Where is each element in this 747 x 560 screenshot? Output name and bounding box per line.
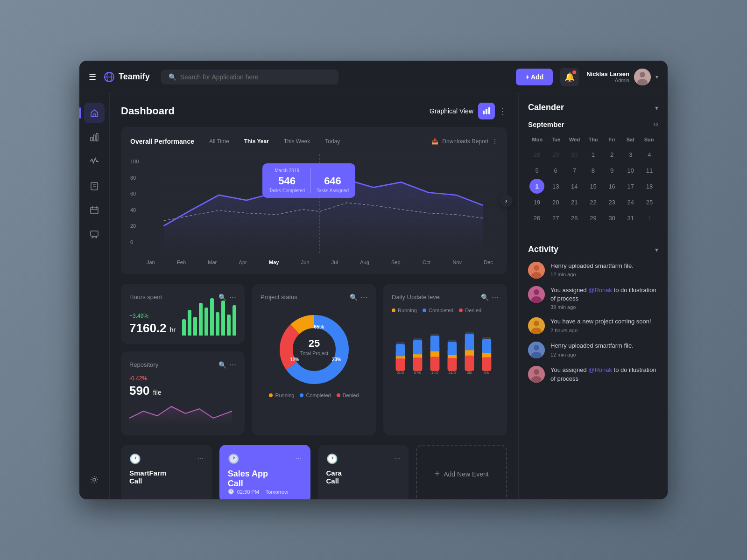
- cal-day-1[interactable]: 1: [585, 147, 600, 162]
- cal-day-29prev[interactable]: 29: [548, 147, 563, 162]
- cal-day-24[interactable]: 24: [623, 195, 638, 210]
- cal-day-17[interactable]: 17: [623, 179, 638, 194]
- activity-content-1: Henry uploaded smartfarm file. 12 min ag…: [550, 262, 658, 277]
- cal-day-19[interactable]: 19: [529, 195, 544, 210]
- perf-tab-thisyear[interactable]: This Year: [240, 136, 273, 147]
- graphical-view-button[interactable]: [478, 103, 495, 119]
- activity-chevron-icon[interactable]: ▾: [655, 246, 658, 253]
- cara-more-button[interactable]: ···: [394, 455, 400, 463]
- perf-tab-alltime[interactable]: All Time: [205, 136, 233, 147]
- add-event-plus-icon: +: [435, 469, 440, 479]
- cal-day-1next[interactable]: 1: [642, 210, 657, 225]
- cal-day-7[interactable]: 7: [567, 163, 582, 178]
- cal-day-18[interactable]: 18: [642, 179, 657, 194]
- cal-day-25[interactable]: 25: [642, 195, 657, 210]
- daily-search-icon[interactable]: 🔍: [481, 294, 489, 301]
- cal-day-28[interactable]: 28: [567, 210, 582, 225]
- svg-rect-46: [413, 340, 422, 354]
- cal-day-22[interactable]: 22: [585, 195, 600, 210]
- add-event-card[interactable]: + Add New Event: [416, 445, 507, 499]
- activity-text-5: You assigned @Ronak to do illustration o…: [550, 366, 658, 383]
- download-label[interactable]: Downloads Report: [442, 138, 488, 145]
- sidebar-item-messages[interactable]: [84, 224, 105, 245]
- svg-rect-42: [396, 344, 405, 356]
- activity-avatar-2: [528, 286, 545, 303]
- calendar-chevron-icon[interactable]: ▾: [655, 104, 658, 112]
- calendar-next-button[interactable]: ›: [656, 120, 658, 128]
- svg-text:12%: 12%: [289, 357, 299, 362]
- daily-update-card: Daily Update level 🔍 ··· Running C: [383, 284, 507, 435]
- repo-search-icon[interactable]: 🔍: [218, 361, 226, 369]
- cal-day-20[interactable]: 20: [548, 195, 563, 210]
- weekday-wed: Wed: [565, 135, 584, 144]
- cal-day-26[interactable]: 26: [529, 210, 544, 225]
- cal-day-30prev[interactable]: 30: [567, 147, 582, 162]
- completed-label: Completed: [306, 392, 331, 398]
- expand-arrow[interactable]: ›: [500, 194, 513, 207]
- cal-day-31[interactable]: 31: [623, 210, 638, 225]
- perf-more-button[interactable]: ⋮: [492, 138, 498, 145]
- smartfarm-more-button[interactable]: ···: [197, 455, 203, 463]
- cal-day-9[interactable]: 9: [605, 163, 620, 178]
- hours-header: Hours spent 🔍 ···: [129, 292, 236, 302]
- main-layout: Dashboard Graphical View ⋮ Overall: [79, 93, 668, 499]
- sidebar-item-analytics[interactable]: [84, 127, 105, 147]
- sidebar-item-activity[interactable]: [84, 151, 105, 172]
- perf-tab-today[interactable]: Today: [321, 136, 344, 147]
- activity-content-3: You have a new project coming soon! 2 ho…: [550, 317, 658, 333]
- cal-day-6[interactable]: 6: [548, 163, 563, 178]
- cal-day-2[interactable]: 2: [605, 147, 620, 162]
- svg-text:04/: 04/: [484, 371, 490, 375]
- perf-tab-thisweek[interactable]: This Week: [280, 136, 314, 147]
- cal-day-5[interactable]: 5: [529, 163, 544, 178]
- project-search-icon[interactable]: 🔍: [350, 294, 358, 301]
- y-label-40: 40: [130, 207, 144, 213]
- cal-day-today[interactable]: 1: [529, 179, 544, 194]
- salesapp-more-button[interactable]: ···: [296, 455, 302, 463]
- cal-day-23[interactable]: 23: [605, 195, 620, 210]
- cal-day-11[interactable]: 11: [642, 163, 657, 178]
- cal-day-13[interactable]: 13: [548, 179, 563, 194]
- cal-day-10[interactable]: 10: [623, 163, 638, 178]
- cal-day-14[interactable]: 14: [567, 179, 582, 194]
- cal-day-8[interactable]: 8: [585, 163, 600, 178]
- daily-completed: Completed: [423, 308, 453, 313]
- activity-time-1: 12 min ago: [550, 272, 658, 277]
- daily-more-button[interactable]: ···: [492, 292, 499, 302]
- chart-area: 100 80 60 40 20 0: [130, 154, 498, 257]
- hours-search-icon[interactable]: 🔍: [218, 294, 226, 301]
- cal-day-16[interactable]: 16: [605, 179, 620, 194]
- cal-day-4[interactable]: 4: [642, 147, 657, 162]
- project-more-button[interactable]: ···: [360, 292, 367, 302]
- user-area[interactable]: Nicklas Larsen Admin ▾: [586, 69, 658, 85]
- smartfarm-clock-icon: 🕐: [129, 453, 141, 464]
- svg-rect-59: [465, 356, 474, 371]
- repo-more-button[interactable]: ···: [229, 360, 236, 370]
- sidebar-item-settings[interactable]: [84, 469, 105, 490]
- bar-7: [216, 312, 219, 336]
- search-input[interactable]: [180, 73, 331, 81]
- cal-day-30[interactable]: 30: [605, 210, 620, 225]
- sidebar-item-files[interactable]: [84, 175, 105, 196]
- sidebar-item-home[interactable]: [84, 103, 105, 123]
- x-label-aug: Aug: [360, 259, 369, 265]
- bar-4: [199, 303, 203, 336]
- tooltip-assigned-value: 646: [317, 175, 349, 187]
- search-bar[interactable]: 🔍: [161, 70, 338, 84]
- calendar-weekdays: Mon Tue Wed Thu Fri Sat Sun: [528, 135, 658, 144]
- event-smartfarm: 🕐 ··· SmartFarmCall: [121, 445, 212, 499]
- cal-day-15[interactable]: 15: [585, 179, 600, 194]
- menu-icon[interactable]: ☰: [89, 72, 96, 82]
- weekday-sat: Sat: [621, 135, 640, 144]
- add-button[interactable]: + Add: [516, 69, 553, 85]
- cal-day-27[interactable]: 27: [548, 210, 563, 225]
- cal-day-28prev[interactable]: 28: [529, 147, 544, 162]
- cal-day-3[interactable]: 3: [623, 147, 638, 162]
- cal-day-21[interactable]: 21: [567, 195, 582, 210]
- notification-button[interactable]: 🔔: [560, 68, 579, 86]
- sidebar-item-calendar[interactable]: [84, 200, 105, 220]
- hours-more-button[interactable]: ···: [229, 292, 236, 302]
- daily-header: Daily Update level 🔍 ···: [392, 292, 499, 302]
- cal-day-29[interactable]: 29: [585, 210, 600, 225]
- dashboard-more-button[interactable]: ⋮: [499, 106, 507, 116]
